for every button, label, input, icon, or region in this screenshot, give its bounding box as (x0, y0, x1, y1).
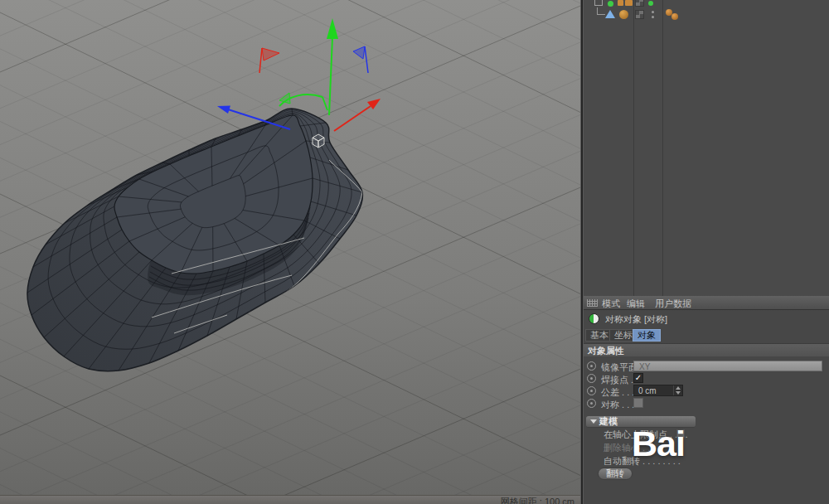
row-label: 在轴心上限制点 . . . . (604, 429, 687, 441)
visibility-dot-top[interactable] (652, 11, 654, 13)
modeling-group-header[interactable]: 建模 (586, 416, 696, 428)
spin-up-icon[interactable] (676, 386, 681, 390)
symmetric-checkbox[interactable] (633, 398, 643, 408)
column-divider (662, 0, 663, 296)
object-title: 对称对象 [对称] (605, 313, 667, 326)
hierarchy-connector (597, 7, 605, 15)
right-panel: 模式 编辑 用户数据 对称对象 [对称] 基本 坐标 对象 对象属性 镜像平面 … (584, 0, 829, 504)
viewport-status-bar: 网格间距 : 100 cm (0, 495, 581, 504)
row-limit-points: 在轴心上限制点 . . . . (584, 429, 829, 440)
section-title: 对象属性 (588, 345, 624, 357)
panel-grip-icon[interactable] (587, 299, 598, 307)
polygon-object-icon[interactable] (605, 10, 615, 18)
phong-tag-icon[interactable] (619, 10, 628, 19)
keyframe-dot-icon[interactable] (587, 361, 596, 371)
keyframe-dot-icon[interactable] (587, 374, 596, 383)
menu-userdata[interactable]: 用户数据 (655, 298, 691, 310)
attribute-tabs: 基本 坐标 对象 (584, 328, 829, 343)
prop-row-mirror-plane: 镜像平面 XY (584, 360, 829, 372)
row-auto-flip: 自动翻转 . . . . . . . . (584, 455, 829, 467)
row-label: 删除轴心 . . . (604, 442, 655, 454)
object-name-fragment (618, 0, 623, 6)
symmetry-sphere-icon (589, 313, 599, 324)
prop-row-weld-points: 焊接点 . . ✓ (584, 372, 829, 385)
section-header: 对象属性 (584, 343, 829, 356)
viewport-canvas[interactable] (0, 0, 581, 495)
layer-chip-icon[interactable] (635, 10, 644, 19)
object-row-parent[interactable] (584, 0, 829, 7)
column-divider (633, 0, 634, 296)
tab-object[interactable]: 对象 (633, 329, 661, 342)
viewport-3d[interactable] (0, 0, 581, 495)
prop-row-symmetric: 对称 . . . . (584, 397, 829, 410)
collapse-triangle-icon[interactable] (590, 419, 597, 424)
object-title-row: 对称对象 [对称] (584, 311, 829, 327)
selection-tag-icon[interactable] (671, 13, 678, 20)
row-label: 自动翻转 . . . . . . . . (604, 455, 681, 468)
menu-mode[interactable]: 模式 (602, 298, 620, 310)
cinema4d-window: 网格间距 : 100 cm (0, 0, 829, 504)
limit-points-checkbox[interactable] (676, 429, 685, 438)
row-delete-axis: 删除轴心 . . . (584, 442, 829, 453)
object-manager[interactable] (584, 0, 829, 296)
modeling-group-title: 建模 (599, 416, 618, 427)
visibility-dot-bottom[interactable] (652, 16, 654, 18)
object-name-fragment (625, 0, 633, 6)
mirror-plane-dropdown[interactable]: XY (633, 361, 822, 371)
layer-chip-icon[interactable] (635, 0, 644, 7)
keyframe-dot-icon[interactable] (587, 399, 596, 408)
menu-edit[interactable]: 编辑 (627, 298, 645, 310)
object-row-child[interactable] (584, 7, 829, 22)
weld-points-checkbox[interactable]: ✓ (633, 373, 643, 383)
enabled-dot-icon[interactable] (608, 1, 613, 7)
symmetry-object-icon (594, 0, 603, 6)
spinner[interactable] (673, 385, 682, 395)
tolerance-field[interactable]: 0 cm (633, 385, 683, 396)
tolerance-value[interactable]: 0 cm (638, 386, 657, 395)
spin-down-icon[interactable] (676, 391, 681, 395)
grid-spacing-label: 网格间距 : 100 cm (501, 497, 574, 504)
keyframe-dot-icon[interactable] (587, 386, 596, 395)
enabled-dot-icon[interactable] (648, 1, 653, 6)
flip-button[interactable]: 翻转 (598, 468, 633, 480)
attribute-menubar: 模式 编辑 用户数据 (584, 296, 829, 310)
prop-row-tolerance: 公差 . . . . 0 cm (584, 385, 829, 397)
